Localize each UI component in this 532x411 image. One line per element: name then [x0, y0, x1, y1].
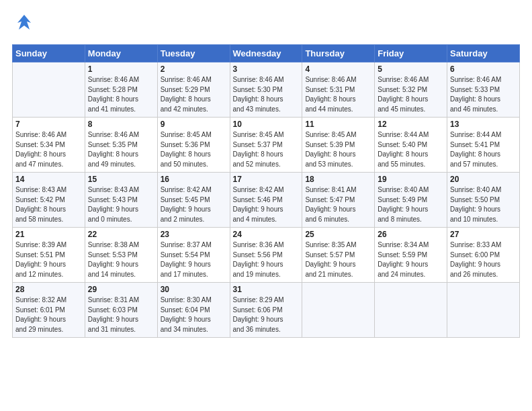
day-info: Sunrise: 8:29 AM Sunset: 6:06 PM Dayligh…	[233, 295, 300, 334]
day-number: 20	[450, 175, 517, 184]
calendar-cell: 6Sunrise: 8:46 AM Sunset: 5:33 PM Daylig…	[447, 62, 520, 118]
day-number: 26	[378, 230, 444, 239]
day-info: Sunrise: 8:44 AM Sunset: 5:40 PM Dayligh…	[378, 130, 444, 169]
day-number: 10	[233, 120, 300, 129]
day-info: Sunrise: 8:45 AM Sunset: 5:39 PM Dayligh…	[305, 130, 371, 169]
day-info: Sunrise: 8:33 AM Sunset: 6:00 PM Dayligh…	[450, 240, 517, 279]
day-info: Sunrise: 8:45 AM Sunset: 5:36 PM Dayligh…	[161, 130, 227, 169]
calendar-cell: 13Sunrise: 8:44 AM Sunset: 5:41 PM Dayli…	[447, 118, 520, 173]
day-info: Sunrise: 8:43 AM Sunset: 5:42 PM Dayligh…	[15, 185, 82, 224]
svg-marker-0	[17, 15, 31, 30]
week-row-3: 21Sunrise: 8:39 AM Sunset: 5:51 PM Dayli…	[13, 228, 520, 283]
calendar-cell: 16Sunrise: 8:42 AM Sunset: 5:45 PM Dayli…	[157, 173, 230, 228]
weekday-wednesday: Wednesday	[230, 45, 302, 62]
day-number: 27	[450, 230, 517, 239]
weekday-monday: Monday	[85, 45, 157, 62]
day-number: 7	[15, 120, 82, 129]
day-number: 6	[450, 64, 517, 74]
weekday-header-row: SundayMondayTuesdayWednesdayThursdayFrid…	[13, 45, 520, 62]
day-info: Sunrise: 8:37 AM Sunset: 5:54 PM Dayligh…	[161, 240, 227, 279]
day-number: 9	[161, 120, 227, 129]
calendar-cell: 19Sunrise: 8:40 AM Sunset: 5:49 PM Dayli…	[375, 173, 447, 228]
day-number: 16	[161, 175, 227, 184]
calendar-cell: 18Sunrise: 8:41 AM Sunset: 5:47 PM Dayli…	[302, 173, 375, 228]
day-number: 21	[15, 230, 82, 239]
weekday-thursday: Thursday	[302, 45, 375, 62]
day-number: 12	[378, 120, 444, 129]
calendar-cell: 28Sunrise: 8:32 AM Sunset: 6:01 PM Dayli…	[13, 283, 85, 338]
day-info: Sunrise: 8:40 AM Sunset: 5:49 PM Dayligh…	[378, 185, 444, 224]
day-info: Sunrise: 8:42 AM Sunset: 5:46 PM Dayligh…	[233, 185, 300, 224]
day-info: Sunrise: 8:46 AM Sunset: 5:31 PM Dayligh…	[305, 75, 371, 114]
day-number: 11	[305, 120, 371, 129]
day-number: 2	[161, 64, 227, 74]
calendar-cell: 7Sunrise: 8:46 AM Sunset: 5:34 PM Daylig…	[13, 118, 85, 173]
logo	[12, 12, 39, 39]
calendar-table: SundayMondayTuesdayWednesdayThursdayFrid…	[12, 44, 520, 338]
page-container: SundayMondayTuesdayWednesdayThursdayFrid…	[0, 0, 532, 411]
calendar-cell: 1Sunrise: 8:46 AM Sunset: 5:28 PM Daylig…	[85, 62, 157, 118]
day-info: Sunrise: 8:30 AM Sunset: 6:04 PM Dayligh…	[161, 295, 227, 334]
day-number: 13	[450, 120, 517, 129]
calendar-cell: 4Sunrise: 8:46 AM Sunset: 5:31 PM Daylig…	[302, 62, 375, 118]
page-header	[12, 12, 520, 39]
weekday-friday: Friday	[375, 45, 447, 62]
calendar-cell	[13, 62, 85, 118]
day-number: 8	[88, 120, 154, 129]
calendar-cell: 8Sunrise: 8:46 AM Sunset: 5:35 PM Daylig…	[85, 118, 157, 173]
calendar-cell: 21Sunrise: 8:39 AM Sunset: 5:51 PM Dayli…	[13, 228, 85, 283]
calendar-cell: 29Sunrise: 8:31 AM Sunset: 6:03 PM Dayli…	[85, 283, 157, 338]
calendar-cell: 24Sunrise: 8:36 AM Sunset: 5:56 PM Dayli…	[230, 228, 302, 283]
calendar-cell: 2Sunrise: 8:46 AM Sunset: 5:29 PM Daylig…	[157, 62, 230, 118]
calendar-cell: 20Sunrise: 8:40 AM Sunset: 5:50 PM Dayli…	[447, 173, 520, 228]
day-info: Sunrise: 8:45 AM Sunset: 5:37 PM Dayligh…	[233, 130, 300, 169]
day-info: Sunrise: 8:38 AM Sunset: 5:53 PM Dayligh…	[88, 240, 154, 279]
day-info: Sunrise: 8:36 AM Sunset: 5:56 PM Dayligh…	[233, 240, 300, 279]
logo-bird-icon	[12, 12, 36, 39]
day-number: 18	[305, 175, 371, 184]
day-number: 5	[378, 64, 444, 74]
day-info: Sunrise: 8:43 AM Sunset: 5:43 PM Dayligh…	[88, 185, 154, 224]
calendar-cell: 14Sunrise: 8:43 AM Sunset: 5:42 PM Dayli…	[13, 173, 85, 228]
day-number: 19	[378, 175, 444, 184]
calendar-cell: 11Sunrise: 8:45 AM Sunset: 5:39 PM Dayli…	[302, 118, 375, 173]
day-number: 30	[161, 285, 227, 294]
calendar-cell: 3Sunrise: 8:46 AM Sunset: 5:30 PM Daylig…	[230, 62, 302, 118]
calendar-cell: 9Sunrise: 8:45 AM Sunset: 5:36 PM Daylig…	[157, 118, 230, 173]
day-number: 15	[88, 175, 154, 184]
calendar-cell: 30Sunrise: 8:30 AM Sunset: 6:04 PM Dayli…	[157, 283, 230, 338]
day-number: 1	[88, 64, 154, 74]
day-number: 31	[233, 285, 300, 294]
day-info: Sunrise: 8:42 AM Sunset: 5:45 PM Dayligh…	[161, 185, 227, 224]
calendar-cell	[302, 283, 375, 338]
week-row-1: 7Sunrise: 8:46 AM Sunset: 5:34 PM Daylig…	[13, 118, 520, 173]
calendar-cell: 23Sunrise: 8:37 AM Sunset: 5:54 PM Dayli…	[157, 228, 230, 283]
calendar-cell: 10Sunrise: 8:45 AM Sunset: 5:37 PM Dayli…	[230, 118, 302, 173]
day-info: Sunrise: 8:39 AM Sunset: 5:51 PM Dayligh…	[15, 240, 82, 279]
day-number: 24	[233, 230, 300, 239]
calendar-cell	[447, 283, 520, 338]
calendar-cell: 27Sunrise: 8:33 AM Sunset: 6:00 PM Dayli…	[447, 228, 520, 283]
day-info: Sunrise: 8:46 AM Sunset: 5:34 PM Dayligh…	[15, 130, 82, 169]
day-info: Sunrise: 8:46 AM Sunset: 5:30 PM Dayligh…	[233, 75, 300, 114]
calendar-cell: 25Sunrise: 8:35 AM Sunset: 5:57 PM Dayli…	[302, 228, 375, 283]
day-info: Sunrise: 8:46 AM Sunset: 5:33 PM Dayligh…	[450, 75, 517, 114]
day-info: Sunrise: 8:40 AM Sunset: 5:50 PM Dayligh…	[450, 185, 517, 224]
day-number: 28	[15, 285, 82, 294]
calendar-cell: 12Sunrise: 8:44 AM Sunset: 5:40 PM Dayli…	[375, 118, 447, 173]
day-number: 22	[88, 230, 154, 239]
week-row-2: 14Sunrise: 8:43 AM Sunset: 5:42 PM Dayli…	[13, 173, 520, 228]
calendar-cell: 31Sunrise: 8:29 AM Sunset: 6:06 PM Dayli…	[230, 283, 302, 338]
day-number: 4	[305, 64, 371, 74]
day-info: Sunrise: 8:46 AM Sunset: 5:28 PM Dayligh…	[88, 75, 154, 114]
day-number: 14	[15, 175, 82, 184]
day-number: 3	[233, 64, 300, 74]
day-number: 23	[161, 230, 227, 239]
day-info: Sunrise: 8:46 AM Sunset: 5:32 PM Dayligh…	[378, 75, 444, 114]
calendar-cell: 15Sunrise: 8:43 AM Sunset: 5:43 PM Dayli…	[85, 173, 157, 228]
day-info: Sunrise: 8:46 AM Sunset: 5:35 PM Dayligh…	[88, 130, 154, 169]
day-info: Sunrise: 8:34 AM Sunset: 5:59 PM Dayligh…	[378, 240, 444, 279]
calendar-cell: 22Sunrise: 8:38 AM Sunset: 5:53 PM Dayli…	[85, 228, 157, 283]
day-number: 29	[88, 285, 154, 294]
week-row-0: 1Sunrise: 8:46 AM Sunset: 5:28 PM Daylig…	[13, 62, 520, 118]
